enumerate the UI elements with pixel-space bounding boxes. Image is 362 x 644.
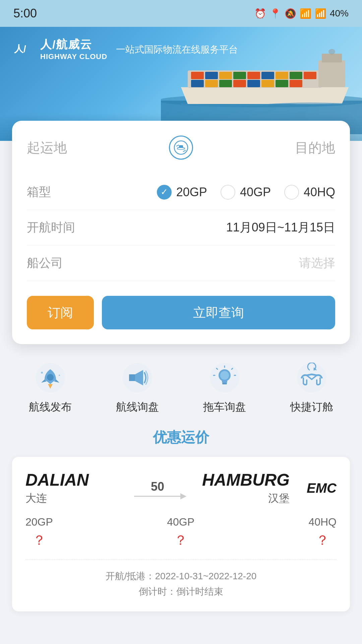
svg-point-29 bbox=[59, 375, 60, 376]
status-icons: ⏰ 📍 🔕 📶 📶 40% bbox=[254, 8, 349, 19]
quick-item-truck-inquiry[interactable]: 拖车询盘 bbox=[203, 361, 246, 415]
svg-rect-11 bbox=[290, 72, 302, 79]
radio-40hq[interactable]: ✓ bbox=[284, 185, 299, 200]
svg-rect-10 bbox=[276, 72, 288, 79]
departure-date-value[interactable]: 11月09日~11月15日 bbox=[226, 219, 335, 236]
svg-point-27 bbox=[47, 374, 54, 381]
departure-date-row[interactable]: 开航时间 11月09日~11月15日 bbox=[27, 210, 335, 246]
route-publish-label: 航线发布 bbox=[29, 400, 72, 415]
check-icon-20gp: ✓ bbox=[161, 187, 168, 197]
transit-days: 50 bbox=[151, 480, 164, 494]
svg-point-34 bbox=[220, 371, 229, 380]
radio-20gp[interactable]: ✓ bbox=[157, 185, 172, 200]
truck-inquiry-label: 拖车询盘 bbox=[203, 400, 246, 415]
svg-rect-9 bbox=[261, 72, 274, 79]
svg-text:人/: 人/ bbox=[14, 44, 26, 54]
port-selector-row[interactable]: 起运地 目的地 bbox=[27, 134, 335, 161]
section-title-discount: 优惠运价 bbox=[0, 425, 362, 457]
svg-rect-20 bbox=[290, 80, 302, 87]
bulb-icon bbox=[209, 363, 240, 393]
svg-rect-35 bbox=[222, 381, 227, 383]
subscribe-button[interactable]: 订阅 bbox=[27, 296, 94, 329]
svg-rect-22 bbox=[322, 54, 342, 62]
svg-point-23 bbox=[328, 49, 335, 54]
svg-rect-15 bbox=[219, 80, 232, 87]
destination-port-label[interactable]: 目的地 bbox=[295, 139, 335, 157]
svg-rect-14 bbox=[205, 80, 218, 87]
route-inquiry-icon bbox=[121, 361, 154, 394]
shipping-company-value[interactable]: 请选择 bbox=[299, 255, 335, 271]
countdown-text: 倒计时：倒计时结束 bbox=[25, 585, 337, 598]
container-40hq[interactable]: ✓ 40HQ bbox=[284, 185, 335, 200]
price-40hq: 40HQ ？ bbox=[308, 516, 337, 549]
rate-to-port: HAMBURG 汉堡 bbox=[184, 470, 290, 506]
svg-rect-19 bbox=[276, 80, 288, 87]
shipping-company-row[interactable]: 船公司 请选择 bbox=[27, 246, 335, 281]
price-value-40gp: ？ bbox=[174, 531, 187, 549]
price-value-20gp: ？ bbox=[33, 531, 46, 549]
logo-svg-icon: 人/ bbox=[13, 41, 37, 57]
svg-rect-13 bbox=[191, 80, 204, 87]
location-icon: 📍 bbox=[269, 8, 281, 19]
svg-rect-36 bbox=[222, 383, 227, 384]
quick-item-quick-booking[interactable]: 快捷订舱 bbox=[290, 361, 333, 415]
shipping-company-label: 船公司 bbox=[27, 255, 74, 271]
svg-rect-6 bbox=[219, 72, 232, 79]
to-port-name: HAMBURG bbox=[184, 470, 290, 490]
origin-port-label[interactable]: 起运地 bbox=[27, 139, 67, 157]
quick-item-route-publish[interactable]: 航线发布 bbox=[29, 361, 72, 415]
svg-rect-18 bbox=[261, 80, 274, 87]
rate-header: DALIAN 大连 50 HAMBURG 汉堡 EMC bbox=[25, 470, 337, 506]
truck-inquiry-icon bbox=[208, 361, 241, 394]
transit-info: 50 bbox=[131, 480, 184, 497]
alarm-icon: ⏰ bbox=[254, 8, 266, 19]
svg-rect-5 bbox=[205, 72, 218, 79]
rate-card[interactable]: DALIAN 大连 50 HAMBURG 汉堡 EMC 20GP ？ 40GP … bbox=[12, 457, 350, 611]
svg-rect-4 bbox=[191, 72, 204, 79]
handshake-icon bbox=[297, 363, 327, 393]
svg-rect-25 bbox=[179, 145, 183, 148]
logo-brand: 人/航威云 HIGHWAY CLOUD bbox=[40, 37, 107, 61]
container-label: 箱型 bbox=[27, 184, 74, 200]
svg-rect-8 bbox=[247, 72, 260, 79]
quick-booking-label: 快捷订舱 bbox=[290, 400, 333, 415]
quick-item-route-inquiry[interactable]: 航线询盘 bbox=[116, 361, 159, 415]
label-20gp: 20GP bbox=[176, 185, 207, 199]
rate-from-port: DALIAN 大连 bbox=[25, 470, 131, 506]
radio-40gp[interactable]: ✓ bbox=[221, 185, 235, 200]
svg-rect-21 bbox=[318, 60, 345, 87]
megaphone-icon bbox=[122, 363, 153, 393]
mute-icon: 🔕 bbox=[285, 8, 296, 19]
departure-date-label: 开航时间 bbox=[27, 219, 75, 236]
svg-rect-17 bbox=[247, 80, 260, 87]
query-button[interactable]: 立即查询 bbox=[102, 296, 335, 329]
container-options[interactable]: ✓ 20GP ✓ 40GP ✓ 40HQ bbox=[157, 185, 335, 200]
wifi-icon: 📶 bbox=[300, 8, 311, 19]
quick-menu: 航线发布 航线询盘 bbox=[0, 344, 362, 425]
price-type-20gp: 20GP bbox=[25, 516, 53, 528]
container-40gp[interactable]: ✓ 40GP bbox=[221, 185, 271, 200]
svg-rect-31 bbox=[129, 374, 135, 381]
label-40gp: 40GP bbox=[240, 185, 271, 199]
swap-icon[interactable] bbox=[169, 136, 193, 160]
rocket-icon bbox=[35, 363, 65, 393]
rate-prices: 20GP ？ 40GP ？ 40HQ ？ bbox=[25, 516, 337, 560]
price-20gp: 20GP ？ bbox=[25, 516, 53, 549]
price-type-40hq: 40HQ bbox=[308, 516, 337, 528]
status-time: 5:00 bbox=[13, 6, 37, 20]
container-type-row: 箱型 ✓ 20GP ✓ 40GP ✓ 40HQ bbox=[27, 174, 335, 210]
svg-rect-16 bbox=[233, 80, 246, 87]
svg-line-40 bbox=[217, 368, 218, 369]
signal-icon: 📶 bbox=[315, 8, 326, 19]
swap-button[interactable] bbox=[168, 134, 194, 161]
status-bar: 5:00 ⏰ 📍 🔕 📶 📶 40% bbox=[0, 0, 362, 27]
price-value-40hq: ？ bbox=[316, 531, 329, 549]
search-card: 起运地 目的地 箱型 ✓ bbox=[12, 121, 350, 344]
from-port-cn: 大连 bbox=[25, 491, 131, 506]
svg-line-38 bbox=[232, 368, 233, 369]
svg-rect-12 bbox=[304, 72, 316, 79]
container-20gp[interactable]: ✓ 20GP bbox=[157, 185, 207, 200]
route-inquiry-label: 航线询盘 bbox=[116, 400, 159, 415]
swap-arrows-icon bbox=[174, 140, 188, 155]
rate-footer: 开航/抵港：2022-10-31~2022-12-20 倒计时：倒计时结束 bbox=[25, 570, 337, 598]
